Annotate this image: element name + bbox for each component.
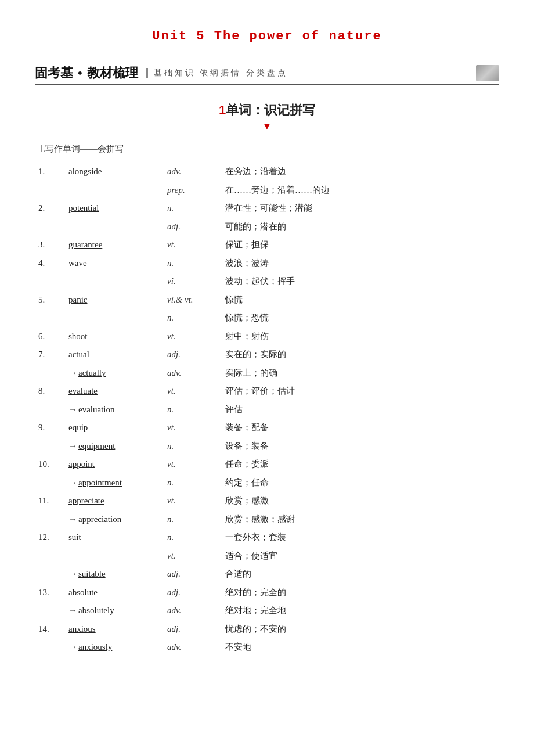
entry-pos: vt. — [164, 492, 222, 510]
entry-meaning: 欣赏；感激 — [222, 492, 499, 510]
derived-word: →appreciation — [65, 510, 164, 529]
entry-number: 12. — [35, 528, 65, 547]
entry-number: 11. — [35, 492, 65, 510]
entry-meaning: 忧虑的；不安的 — [222, 620, 499, 639]
table-row: 5.panicvi.& vt.惊慌 — [35, 291, 499, 309]
entry-word-blank — [65, 547, 164, 566]
table-row: →absolutelyadv.绝对地；完全地 — [35, 602, 499, 620]
derived-pos: adv. — [164, 602, 222, 620]
entry-word-blank — [65, 181, 164, 200]
derived-pos: adv. — [164, 364, 222, 383]
section-header-main: 固考基 — [35, 64, 73, 82]
entry-pos: n. — [164, 309, 222, 327]
derived-pos: adv. — [164, 638, 222, 657]
table-row: 14.anxiousadj.忧虑的；不安的 — [35, 620, 499, 639]
entry-pos: adj. — [164, 620, 222, 639]
entry-word: alongside — [65, 163, 164, 181]
entry-pos: vi.& vt. — [164, 291, 222, 309]
page-title: Unit 5 The power of nature — [35, 29, 499, 44]
table-row: vt. 适合；使适宜 — [35, 547, 499, 566]
subsection-label: Ⅰ.写作单词——会拼写 — [41, 143, 499, 154]
derived-word: →anxiously — [65, 638, 164, 657]
table-row: →appreciationn.欣赏；感激；感谢 — [35, 510, 499, 529]
derived-word: →suitable — [65, 565, 164, 584]
derived-meaning: 合适的 — [222, 565, 499, 584]
entry-number: 8. — [35, 382, 65, 401]
derived-meaning: 绝对地；完全地 — [222, 602, 499, 620]
table-row: 6.shootvt.射中；射伤 — [35, 327, 499, 346]
derived-pos: adj. — [164, 565, 222, 584]
entry-number: 2. — [35, 199, 65, 218]
entry-number — [35, 218, 65, 236]
table-row: 7.actualadj.实在的；实际的 — [35, 345, 499, 364]
derived-arrow — [35, 474, 65, 492]
table-row: 12.suitn.一套外衣；套装 — [35, 528, 499, 547]
entry-pos: vt. — [164, 419, 222, 437]
table-row: prep. 在……旁边；沿着……的边 — [35, 181, 499, 200]
entry-meaning: 可能的；潜在的 — [222, 218, 499, 236]
table-row: 10.appointvt.任命；委派 — [35, 455, 499, 474]
entry-pos: n. — [164, 254, 222, 273]
entry-pos: prep. — [164, 181, 222, 200]
vocab-kanji: 单词 — [226, 103, 251, 117]
entry-number — [35, 309, 65, 327]
entry-word-blank — [65, 272, 164, 291]
derived-word: →actually — [65, 364, 164, 383]
derived-meaning: 设备；装备 — [222, 437, 499, 456]
table-row: →anxiouslyadv.不安地 — [35, 638, 499, 657]
derived-arrow — [35, 401, 65, 419]
entry-meaning: 在……旁边；沿着……的边 — [222, 181, 499, 200]
entry-number: 13. — [35, 584, 65, 602]
entry-word: actual — [65, 345, 164, 364]
derived-pos: n. — [164, 510, 222, 529]
entry-meaning: 射中；射伤 — [222, 327, 499, 346]
table-row: vi. 波动；起伏；挥手 — [35, 272, 499, 291]
entry-meaning: 评估；评价；估计 — [222, 382, 499, 401]
entry-meaning: 绝对的；完全的 — [222, 584, 499, 602]
entry-number: 4. — [35, 254, 65, 273]
table-row: →equipmentn.设备；装备 — [35, 437, 499, 456]
entry-word: panic — [65, 291, 164, 309]
entry-word-blank — [65, 218, 164, 236]
table-row: →evaluationn.评估 — [35, 401, 499, 419]
derived-word: →evaluation — [65, 401, 164, 419]
table-row: 9.equipvt.装备；配备 — [35, 419, 499, 437]
entry-pos: vt. — [164, 236, 222, 254]
derived-arrow — [35, 364, 65, 383]
derived-meaning: 欣赏；感激；感谢 — [222, 510, 499, 529]
entry-number — [35, 547, 65, 566]
entry-word: anxious — [65, 620, 164, 639]
entry-word: guarantee — [65, 236, 164, 254]
entry-meaning: 一套外衣；套装 — [222, 528, 499, 547]
entry-pos: adj. — [164, 584, 222, 602]
vocab-section-title: 1单词：识记拼写 — [35, 102, 499, 119]
entry-number: 5. — [35, 291, 65, 309]
derived-arrow — [35, 510, 65, 529]
entry-meaning: 在旁边；沿着边 — [222, 163, 499, 181]
table-row: n. 惊慌；恐慌 — [35, 309, 499, 327]
entry-number: 3. — [35, 236, 65, 254]
entry-number — [35, 181, 65, 200]
table-row: 3.guaranteevt.保证；担保 — [35, 236, 499, 254]
entry-word: wave — [65, 254, 164, 273]
entry-pos: adv. — [164, 163, 222, 181]
derived-meaning: 评估 — [222, 401, 499, 419]
entry-word: potential — [65, 199, 164, 218]
table-row: →actuallyadv.实际上；的确 — [35, 364, 499, 383]
entry-number: 10. — [35, 455, 65, 474]
table-row: 11.appreciatevt.欣赏；感激 — [35, 492, 499, 510]
vocab-subtitle: 识记拼写 — [264, 103, 315, 117]
entry-number: 1. — [35, 163, 65, 181]
entry-word: evaluate — [65, 382, 164, 401]
table-row: 1.alongsideadv.在旁边；沿着边 — [35, 163, 499, 181]
section-header-dot: • — [78, 66, 82, 81]
entry-meaning: 惊慌；恐慌 — [222, 309, 499, 327]
derived-pos: n. — [164, 437, 222, 456]
entry-meaning: 惊慌 — [222, 291, 499, 309]
table-row: 2.potentialn.潜在性；可能性；潜能 — [35, 199, 499, 218]
entry-word: equip — [65, 419, 164, 437]
entry-pos: vt. — [164, 455, 222, 474]
derived-arrow — [35, 437, 65, 456]
derived-meaning: 实际上；的确 — [222, 364, 499, 383]
derived-meaning: 不安地 — [222, 638, 499, 657]
